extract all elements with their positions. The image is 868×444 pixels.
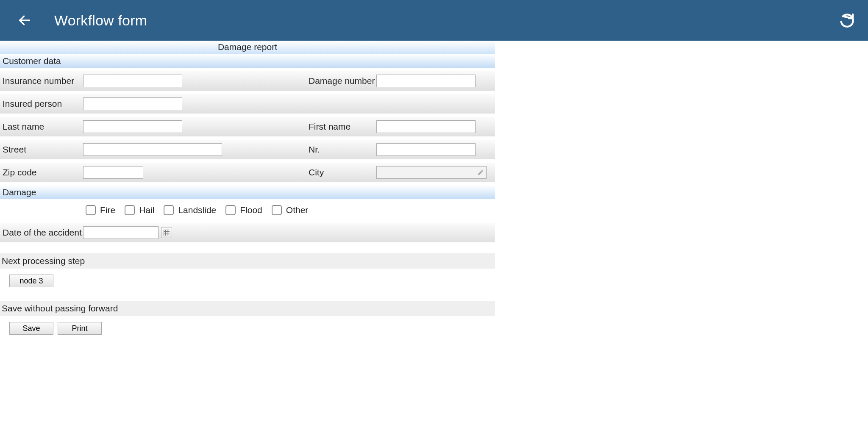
city-input[interactable] [376, 166, 487, 179]
form-container: Damage report Customer data Insurance nu… [0, 41, 495, 341]
damage-number-input[interactable] [376, 75, 476, 87]
label-insurance-number: Insurance number [3, 76, 83, 86]
label-city: City [309, 167, 376, 178]
app-bar: Workflow form [0, 0, 868, 41]
row-name: Last name First name [0, 117, 495, 136]
refresh-button[interactable] [837, 11, 856, 30]
checkbox-hail-label: Hail [139, 205, 154, 215]
page-title: Workflow form [54, 12, 147, 29]
calendar-icon [164, 230, 170, 236]
row-zip-city: Zip code City [0, 163, 495, 182]
save-buttons: Save Print [0, 316, 495, 341]
label-last-name: Last name [3, 122, 83, 132]
checkbox-landslide[interactable]: Landslide [164, 205, 216, 215]
print-button[interactable]: Print [58, 322, 102, 335]
label-first-name: First name [309, 122, 376, 132]
label-street: Street [3, 144, 83, 155]
label-damage-number: Damage number [309, 76, 376, 86]
first-name-input[interactable] [376, 120, 476, 133]
save-button[interactable]: Save [9, 322, 53, 335]
checkbox-other[interactable]: Other [272, 205, 309, 215]
arrow-left-icon [17, 13, 32, 28]
form-title: Damage report [0, 41, 495, 54]
date-picker-button[interactable] [161, 227, 172, 238]
label-insured-person: Insured person [3, 99, 83, 109]
section-save: Save without passing forward [0, 301, 495, 316]
label-zip: Zip code [3, 167, 83, 178]
last-name-input[interactable] [83, 120, 182, 133]
row-accident-date: Date of the accident [0, 223, 495, 242]
damage-type-row: Fire Hail Landslide Flood Other [0, 201, 495, 219]
street-input[interactable] [83, 143, 222, 156]
row-insured-person: Insured person [0, 94, 495, 114]
label-nr: Nr. [309, 144, 376, 155]
insured-person-input[interactable] [83, 97, 182, 110]
row-insurance-damage: Insurance number Damage number [0, 71, 495, 91]
row-street: Street Nr. [0, 140, 495, 159]
accident-date-input[interactable] [83, 226, 159, 239]
back-button[interactable] [16, 12, 33, 29]
next-step-buttons: node 3 [0, 269, 495, 293]
section-damage: Damage [0, 186, 495, 199]
section-next-step: Next processing step [0, 253, 495, 269]
label-accident-date: Date of the accident [3, 228, 83, 238]
checkbox-other-label: Other [286, 205, 309, 215]
checkbox-fire-label: Fire [100, 205, 115, 215]
nr-input[interactable] [376, 143, 476, 156]
checkbox-flood-label: Flood [240, 205, 262, 215]
checkbox-hail[interactable]: Hail [125, 205, 154, 215]
edit-icon[interactable] [477, 169, 484, 176]
checkbox-landslide-label: Landslide [178, 205, 216, 215]
node-button[interactable]: node 3 [9, 275, 53, 287]
section-customer-data: Customer data [0, 54, 495, 68]
zip-input[interactable] [83, 166, 143, 179]
insurance-number-input[interactable] [83, 75, 182, 87]
refresh-icon [839, 12, 855, 28]
checkbox-fire[interactable]: Fire [86, 205, 115, 215]
checkbox-flood[interactable]: Flood [225, 205, 262, 215]
